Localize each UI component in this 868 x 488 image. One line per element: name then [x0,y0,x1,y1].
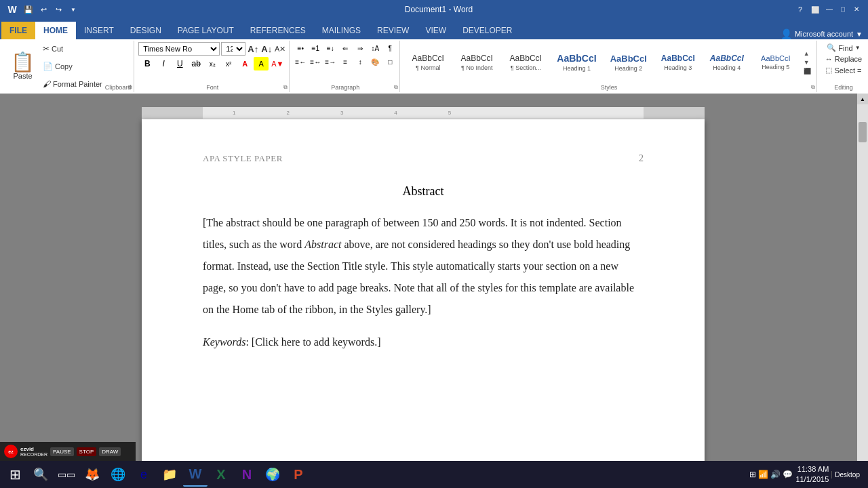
tab-review[interactable]: REVIEW [369,22,417,39]
tab-insert[interactable]: INSERT [76,22,122,39]
document-page[interactable]: APA STYLE PAPER 2 Abstract [The abstract… [142,119,705,473]
ie-icon[interactable]: e [132,462,156,487]
maximize-button[interactable]: □ [837,3,849,15]
scroll-track[interactable] [857,104,868,462]
increase-indent-button[interactable]: ⇒ [353,42,367,54]
align-right-button[interactable]: ≡→ [323,56,337,68]
style-heading4[interactable]: AaBbCcI Heading 4 [703,42,751,83]
decrease-font-button[interactable]: A↓ [260,43,273,55]
style-heading1[interactable]: AaBbCcI Heading 1 [551,42,602,83]
select-button[interactable]: ⬚ Select = [821,64,865,76]
scroll-up-button[interactable]: ▲ [857,94,868,104]
align-center-button[interactable]: ≡↔ [309,56,322,68]
close-button[interactable]: ✕ [850,3,863,15]
firefox-icon[interactable]: 🦊 [80,462,104,487]
vertical-scrollbar[interactable]: ▲ ▼ [857,94,868,473]
para-expand-icon[interactable]: ⧉ [394,84,398,91]
line-spacing-button[interactable]: ↕ [353,56,367,68]
chrome-icon[interactable]: 🌐 [106,462,130,487]
text-color-button[interactable]: A▼ [270,57,285,70]
tab-page-layout[interactable]: PAGE LAYOUT [170,22,242,39]
font-expand-icon[interactable]: ⧉ [283,84,288,91]
save-icon[interactable]: 💾 [22,3,35,16]
document-scroll-area[interactable]: 1 2 3 4 5 APA STYLE PAPER 2 Abstract [0,94,857,473]
styles-scroll-down[interactable]: ▼ [802,58,812,66]
minimize-button[interactable]: — [823,3,835,15]
bold-button[interactable]: B [140,57,155,70]
clipboard-expand-icon[interactable]: ⧉ [128,84,132,91]
multilevel-list-button[interactable]: ≡↓ [323,42,337,54]
tab-view[interactable]: VIEW [417,22,454,39]
ezvid-pause-button[interactable]: PAUSE [50,447,74,456]
onenote-taskbar-icon[interactable]: N [235,462,259,487]
superscript-button[interactable]: x² [221,57,236,70]
tab-developer[interactable]: DEVELOPER [454,22,520,39]
search-taskbar-icon[interactable]: 🔍 [28,462,53,487]
desktop-button[interactable]: Desktop [831,471,860,479]
increase-font-button[interactable]: A↑ [247,43,259,55]
redo-icon[interactable]: ↪ [52,3,65,16]
powerpoint-taskbar-icon[interactable]: P [286,462,311,487]
subscript-button[interactable]: x₂ [205,57,220,70]
taskview-icon[interactable]: ▭▭ [54,462,79,487]
style-no-indent[interactable]: AaBbCcI ¶ No Indent [453,42,500,83]
tab-references[interactable]: REFERENCES [242,22,314,39]
sort-button[interactable]: ↕A [368,42,382,54]
tab-file[interactable]: FILE [1,22,35,39]
font-color-button[interactable]: A [237,57,252,70]
customize-icon[interactable]: ▼ [66,3,80,16]
word-taskbar-icon[interactable]: W [183,462,208,487]
style-heading3[interactable]: AaBbCcI Heading 3 [654,42,702,83]
network-icon[interactable]: 📶 [758,470,768,479]
excel-taskbar-icon[interactable]: X [209,462,233,487]
word-logo-icon[interactable]: W [5,3,19,16]
styles-expand-icon[interactable]: ⧉ [811,84,815,91]
explorer-icon[interactable]: 📁 [157,462,182,487]
show-formatting-button[interactable]: ¶ [383,42,397,54]
shading-button[interactable]: 🎨 [368,56,382,68]
style-section[interactable]: AaBbCcI ¶ Section... [502,42,549,83]
copy-button[interactable]: 📄 Copy [40,61,105,72]
justify-button[interactable]: ≡ [338,56,352,68]
styles-scroll-up[interactable]: ▲ [802,49,812,58]
scroll-thumb[interactable] [859,122,867,142]
document-body[interactable]: [The abstract should be one paragraph of… [203,212,644,353]
borders-button[interactable]: □ [383,56,397,68]
clock[interactable]: 11:38 AM 11/1/2015 [795,464,829,485]
style-normal[interactable]: AaBbCcI ¶ Normal [404,42,452,83]
bullets-button[interactable]: ≡• [294,42,307,54]
paste-button[interactable]: 📋 Paste [5,42,40,91]
ms-account[interactable]: 👤 Microsoft account ▼ [781,28,868,39]
browser2-icon[interactable]: 🌍 [260,462,285,487]
restore-ribbon-icon[interactable]: ⬜ [808,3,822,16]
find-button[interactable]: 🔍 Find ▼ [823,42,864,54]
underline-button[interactable]: U [172,57,187,70]
highlight-button[interactable]: A [254,57,269,70]
italic-button[interactable]: I [156,57,171,70]
strikethrough-button[interactable]: ab [189,57,203,70]
tab-home[interactable]: HOME [35,22,76,39]
font-size-select[interactable]: 12 [221,42,245,56]
notification-icon[interactable]: 💬 [783,470,793,479]
numbering-button[interactable]: ≡1 [309,42,322,54]
volume-icon[interactable]: 🔊 [770,470,781,479]
clear-formatting-button[interactable]: A✕ [274,43,286,55]
decrease-indent-button[interactable]: ⇐ [338,42,352,54]
cut-button[interactable]: ✂ Cut [40,43,105,54]
replace-button[interactable]: ↔ Replace [821,54,866,64]
tab-mailings[interactable]: MAILINGS [314,22,369,39]
style-heading5[interactable]: AaBbCcI Heading 5 [752,42,800,83]
undo-icon[interactable]: ↩ [37,3,50,16]
align-left-button[interactable]: ≡← [294,56,307,68]
format-painter-button[interactable]: 🖌 Format Painter [40,79,105,89]
ezvid-stop-button[interactable]: STOP [77,447,97,456]
start-button[interactable]: ⊞ [3,462,27,487]
style-heading2[interactable]: AaBbCcI Heading 2 [604,42,653,83]
show-desktop-icon[interactable]: ⊞ [749,470,756,479]
help-icon[interactable]: ? [793,3,807,16]
ezvid-draw-button[interactable]: DRAW [99,447,121,456]
styles-expand[interactable]: ⬛ [802,67,812,75]
font-family-select[interactable]: Times New Ro [138,42,220,56]
tab-design[interactable]: DESIGN [122,22,170,39]
window-controls: ? ⬜ — □ ✕ [793,3,863,16]
